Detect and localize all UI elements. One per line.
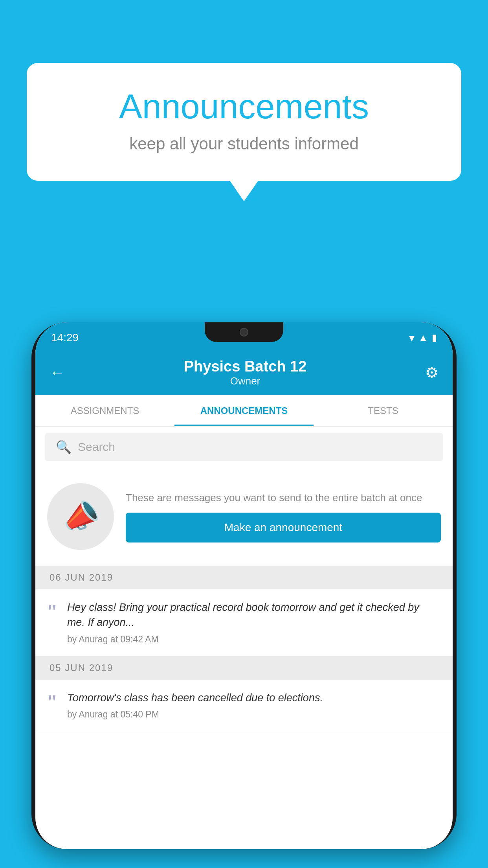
phone-frame: 14:29 ▾ ▲ ▮ ← Physics Batch 12 Owner ⚙ A… [31,322,457,849]
megaphone-icon: 📣 [58,495,103,539]
bubble-title: Announcements [58,86,430,127]
header-subtitle: Owner [184,375,307,387]
wifi-icon: ▾ [409,331,415,344]
announcement-text-1: Hey class! Bring your practical record b… [67,600,438,630]
back-button[interactable]: ← [50,364,65,381]
content-area: 🔍 Search 📣 These are messages you want t… [35,427,453,731]
quote-icon-1: " [46,602,58,622]
bubble-subtitle: keep all your students informed [58,134,430,153]
announcement-content-2: Tomorrow's class has been cancelled due … [67,691,438,720]
phone-mockup: 14:29 ▾ ▲ ▮ ← Physics Batch 12 Owner ⚙ A… [31,322,457,868]
date-label-2: 05 JUN 2019 [50,662,113,673]
promo-description: These are messages you want to send to t… [126,491,441,505]
phone-notch [205,322,283,342]
battery-icon: ▮ [432,332,437,343]
search-bar[interactable]: 🔍 Search [45,433,443,461]
quote-icon-2: " [46,692,58,713]
search-placeholder: Search [78,440,115,454]
app-header: ← Physics Batch 12 Owner ⚙ [35,350,453,395]
speech-bubble-arrow [230,181,258,201]
status-time: 14:29 [51,331,79,344]
announcement-item-2[interactable]: " Tomorrow's class has been cancelled du… [35,680,453,732]
date-separator-2: 05 JUN 2019 [35,656,453,680]
signal-icon: ▲ [418,332,428,343]
tab-announcements[interactable]: ANNOUNCEMENTS [174,395,314,426]
date-separator-1: 06 JUN 2019 [35,566,453,589]
settings-icon[interactable]: ⚙ [425,364,438,381]
announcement-meta-2: by Anurag at 05:40 PM [67,709,438,720]
phone-screen: 14:29 ▾ ▲ ▮ ← Physics Batch 12 Owner ⚙ A… [35,322,453,849]
promo-card: 📣 These are messages you want to send to… [35,467,453,566]
announcement-meta-1: by Anurag at 09:42 AM [67,634,438,645]
tab-assignments[interactable]: ASSIGNMENTS [35,395,174,426]
tab-tests[interactable]: TESTS [314,395,453,426]
header-center: Physics Batch 12 Owner [184,358,307,387]
announcement-content-1: Hey class! Bring your practical record b… [67,600,438,645]
search-icon: 🔍 [56,440,72,454]
date-label-1: 06 JUN 2019 [50,572,113,583]
status-icons: ▾ ▲ ▮ [409,331,437,344]
announcement-text-2: Tomorrow's class has been cancelled due … [67,691,438,706]
speech-bubble-section: Announcements keep all your students inf… [27,63,461,201]
announcement-item-1[interactable]: " Hey class! Bring your practical record… [35,589,453,656]
make-announcement-button[interactable]: Make an announcement [126,513,441,542]
promo-right: These are messages you want to send to t… [126,491,441,542]
tabs-bar: ASSIGNMENTS ANNOUNCEMENTS TESTS [35,395,453,427]
search-container: 🔍 Search [35,427,453,467]
phone-camera [240,328,248,337]
header-title: Physics Batch 12 [184,358,307,375]
speech-bubble-card: Announcements keep all your students inf… [27,63,461,181]
promo-icon-circle: 📣 [47,483,114,550]
